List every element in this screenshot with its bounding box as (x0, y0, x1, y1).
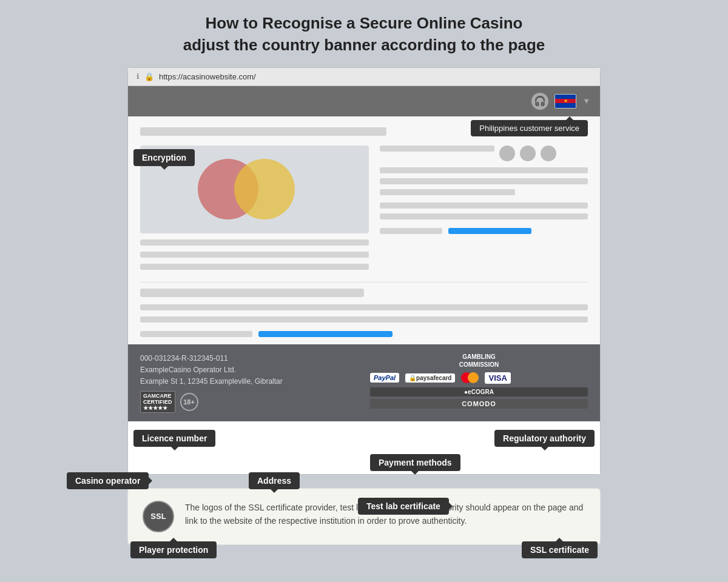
address-tooltip: Address (249, 472, 300, 489)
encryption-tooltip: Encryption (133, 149, 195, 166)
footer-right: GAMBLING COMMISSION PayPal 🔒paysafecard … (370, 353, 588, 413)
content-bar-wide (140, 289, 364, 297)
philippines-flag: ★ (554, 94, 576, 109)
philippines-tooltip: Philippines customer service (471, 120, 588, 136)
lock-icon: 🔒 (144, 72, 154, 81)
circle-yellow (234, 159, 295, 219)
licence-number-text: 000-031234-R-312345-011 (140, 353, 358, 364)
browser-wrapper: ℹ 🔒 https://acasinowebsite.com/ 🎧 ★ ▼ (127, 67, 601, 475)
age-badge: 18+ (180, 393, 198, 411)
testlab-tooltip: Test lab certificate (358, 498, 449, 515)
content-bar-2 (140, 304, 588, 310)
site-header: 🎧 ★ ▼ (128, 86, 600, 116)
payment-logos: PayPal 🔒paysafecard VISA (370, 372, 588, 384)
title-bar (140, 127, 386, 136)
two-col-layout (140, 146, 588, 276)
social-icon-1 (499, 146, 515, 161)
right-title-bar (380, 146, 494, 152)
paysafe-logo: 🔒paysafecard (405, 373, 455, 383)
ecogra-logo: ●eCOGRA (370, 387, 588, 396)
regulatory-tooltip: Regulatory authority (494, 430, 595, 447)
ssl-certificate-tooltip: SSL certificate (522, 541, 598, 558)
cta-row-2 (140, 331, 588, 337)
info-box: SSL The logos of the SSL certificate pro… (127, 488, 601, 545)
rb-4 (380, 202, 588, 209)
paypal-logo: PayPal (370, 373, 399, 383)
address-text: Example St 1, 12345 Exampleville, Gibral… (140, 376, 358, 387)
rb-5 (380, 213, 588, 219)
main-title: How to Recognise a Secure Online Casino … (183, 12, 545, 56)
headset-icon: 🎧 (531, 93, 548, 110)
right-bars (380, 167, 588, 234)
blue-bar-2 (258, 331, 393, 337)
address-bar: ℹ 🔒 https://acasinowebsite.com/ (128, 68, 600, 86)
social-row (380, 146, 588, 161)
gamcare-badge: GAMCARECERTIFIED★★★★★ (140, 391, 175, 413)
rb-6 (380, 228, 442, 234)
authority-logos: ●eCOGRA COMODO (370, 387, 588, 409)
visa-logo: VISA (485, 372, 510, 384)
dropdown-arrow: ▼ (582, 96, 590, 105)
payment-tooltip: Payment methods (370, 454, 460, 471)
content-bar-3 (140, 316, 588, 323)
footer-grid: 000-031234-R-312345-011 ExampleCasino Op… (140, 353, 588, 413)
url-text: https://acasinowebsite.com/ (159, 72, 256, 81)
separator-1 (140, 282, 588, 283)
footer-left: 000-031234-R-312345-011 ExampleCasino Op… (140, 353, 358, 413)
ssl-badge-icon: SSL (143, 501, 174, 532)
blue-cta-bar (448, 228, 531, 234)
browser-window: ℹ 🔒 https://acasinowebsite.com/ 🎧 ★ ▼ (127, 67, 601, 475)
casino-site-mockup: 🎧 ★ ▼ Philippines customer service (128, 86, 600, 474)
rb-1 (380, 167, 588, 173)
site-footer: 000-031234-R-312345-011 ExampleCasino Op… (128, 344, 600, 422)
rb-2 (380, 178, 588, 184)
content-bar-row-1 (140, 289, 588, 299)
operator-name-text: ExampleCasino Operator Ltd. (140, 364, 358, 376)
casino-operator-tooltip: Casino operator (67, 472, 149, 489)
bar-sm (140, 331, 252, 337)
site-content (128, 116, 600, 344)
left-bar-2 (140, 252, 369, 258)
social-icon-2 (520, 146, 536, 161)
rb-3 (380, 189, 515, 195)
left-bar-1 (140, 239, 369, 246)
right-column (380, 146, 588, 276)
mastercard-logo (461, 372, 479, 383)
licence-tooltip: Licence number (133, 430, 215, 447)
gamcare-row: GAMCARECERTIFIED★★★★★ 18+ (140, 391, 358, 413)
gambling-commission-logo: GAMBLING COMMISSION (370, 353, 588, 369)
social-icon-3 (541, 146, 556, 161)
player-protection-tooltip: Player protection (130, 541, 217, 558)
comodo-logo: COMODO (370, 399, 588, 409)
cta-row (380, 228, 588, 234)
mc-circle-2 (468, 372, 479, 383)
left-bar-3 (140, 264, 369, 270)
info-icon: ℹ (136, 72, 140, 81)
